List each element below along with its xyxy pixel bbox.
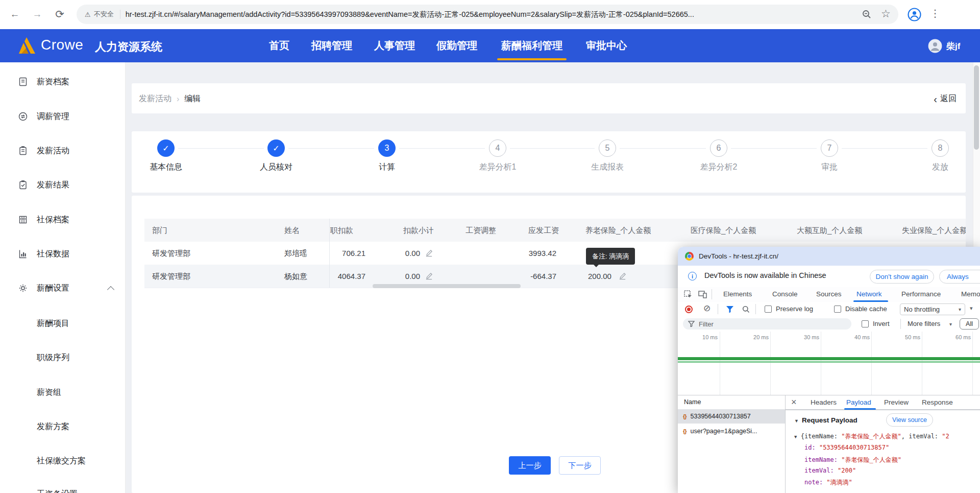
payload-preview-mid: , itemVal: [901, 433, 942, 440]
next-step-button[interactable]: 下一步 [559, 456, 601, 475]
page-scrollbar-thumb[interactable] [974, 65, 979, 150]
tab-performance[interactable]: Performance [901, 287, 941, 302]
filter-funnel-icon[interactable] [726, 306, 734, 313]
devtools-titlebar[interactable]: DevTools - hr-test.zjf-it.cn/ [678, 247, 980, 266]
always-button[interactable]: Always [939, 270, 980, 284]
browser-back-icon[interactable]: ← [6, 6, 23, 23]
bookmark-star-icon[interactable]: ☆ [881, 8, 891, 20]
preserve-log-checkbox[interactable] [765, 306, 772, 313]
step-circle-done: ✓ [157, 139, 175, 157]
step-basic-info[interactable]: ✓ 基本信息 [130, 139, 202, 173]
security-chip[interactable]: ⚠ 不安全 [77, 10, 120, 19]
disable-cache-checkbox[interactable] [834, 306, 841, 313]
gridline [821, 332, 821, 395]
devtools-tabbar: Elements Console Sources Network Perform… [678, 287, 980, 302]
edit-icon[interactable] [425, 272, 433, 280]
cell-dept: 研发管理部 [152, 242, 190, 265]
tab-elements[interactable]: Elements [723, 287, 752, 302]
payload-preview-prefix: {itemName: [801, 433, 841, 440]
filter-all-chip[interactable]: All [960, 318, 979, 330]
sidebar-subitem-pay-plan[interactable]: 发薪方案 [37, 420, 69, 433]
clear-icon[interactable]: ⊘ [703, 303, 710, 314]
disclosure-triangle-icon: ▼ [794, 434, 797, 439]
request-row[interactable]: {} user?page=1&pageSi... [678, 424, 785, 438]
inspect-cursor-icon[interactable] [684, 290, 693, 299]
back-button[interactable]: ‹ 返回 [934, 93, 957, 104]
edit-icon[interactable] [619, 272, 626, 280]
filter-placeholder: Filter [699, 320, 714, 328]
search-icon[interactable] [742, 306, 750, 313]
device-toolbar-icon[interactable] [698, 290, 707, 298]
step-report[interactable]: 5 生成报表 [572, 139, 643, 173]
name-column-header[interactable]: Name [684, 395, 701, 409]
tab-memory[interactable]: Memory [961, 287, 980, 302]
payload-preview-line[interactable]: ▼ {itemName: "养老保险_个人金额", itemVal: "2 [794, 432, 949, 441]
step-person-check[interactable]: ✓ 人员核对 [240, 139, 312, 173]
invert-checkbox[interactable] [862, 320, 869, 327]
col-header-pension: 养老保险_个人金额 [585, 219, 651, 242]
detail-tab-headers[interactable]: Headers [811, 395, 837, 410]
profile-avatar-icon[interactable] [908, 8, 921, 21]
filter-input[interactable]: Filter [683, 318, 851, 330]
more-filters-button[interactable]: More filters [908, 317, 940, 332]
chevron-up-icon[interactable] [107, 286, 114, 293]
sidebar-item-social-archive[interactable]: 社保档案 [18, 214, 69, 226]
sidebar-item-label: 社保档案 [37, 215, 69, 225]
browser-refresh-icon[interactable]: ⟳ [51, 6, 68, 23]
close-detail-icon[interactable]: × [791, 397, 797, 408]
nav-approval[interactable]: 审批中心 [586, 29, 627, 62]
address-bar[interactable]: ⚠ 不安全 hr-test.zjf-it.cn/#/salaryManageme… [77, 5, 898, 24]
sidebar-subitem-salary-group[interactable]: 薪资组 [37, 386, 61, 398]
throttling-select[interactable]: No throttling ▾ [900, 303, 965, 315]
step-approval[interactable]: 7 审批 [794, 139, 865, 173]
nav-attendance[interactable]: 假勤管理 [436, 29, 477, 62]
payload-value: "53395644030713857" [819, 444, 889, 451]
sidebar-subitem-payslip[interactable]: 工资条设置 [37, 488, 78, 493]
sidebar-item-salary-settings[interactable]: 薪酬设置 [18, 282, 69, 294]
zoom-icon[interactable] [862, 9, 872, 19]
step-diff-analysis-1[interactable]: 4 差异分析1 [462, 139, 533, 173]
step-circle-wait: 7 [821, 139, 838, 157]
prev-step-button[interactable]: 上一步 [509, 456, 551, 475]
url-text[interactable]: hr-test.zjf-it.cn/#/salaryManagement/add… [126, 10, 694, 19]
nav-recruit[interactable]: 招聘管理 [311, 29, 352, 62]
dont-show-again-button[interactable]: Don't show again [870, 270, 934, 284]
browser-forward-icon[interactable]: → [29, 6, 46, 23]
request-row-selected[interactable]: {} 53395644030713857 [678, 409, 785, 424]
tab-sources[interactable]: Sources [816, 287, 842, 302]
sidebar-subitem-salary-items[interactable]: 薪酬项目 [37, 317, 69, 330]
username[interactable]: 柴jf [946, 40, 960, 52]
record-icon[interactable] [685, 306, 693, 313]
tab-network[interactable]: Network [856, 287, 882, 302]
sidebar-item-pay-activity[interactable]: 发薪活动 [18, 145, 69, 157]
network-conditions-caret-icon[interactable]: ▾ [970, 305, 973, 312]
cell-salary-adjust: 0.00 [369, 242, 420, 265]
sidebar-subitem-social-plan[interactable]: 社保缴交方案 [37, 455, 86, 467]
edit-icon[interactable] [425, 249, 433, 257]
timeline-ruler: 10 ms 20 ms 30 ms 40 ms 50 ms 60 ms [678, 332, 980, 357]
breadcrumb-parent[interactable]: 发薪活动 [139, 93, 172, 104]
sidebar-item-pay-result[interactable]: 发薪结果 [18, 179, 69, 191]
nav-salary-benefit[interactable]: 薪酬福利管理 [501, 29, 562, 62]
payload-value: "200" [838, 467, 856, 474]
step-diff-analysis-2[interactable]: 6 差异分析2 [683, 139, 754, 173]
disclosure-triangle-icon[interactable]: ▼ [794, 418, 799, 424]
detail-tab-preview[interactable]: Preview [884, 395, 909, 410]
sidebar-item-salary-adjust[interactable]: 调薪管理 [18, 110, 69, 123]
nav-home[interactable]: 首页 [269, 29, 289, 62]
user-avatar[interactable] [928, 39, 942, 53]
nav-hr[interactable]: 人事管理 [374, 29, 415, 62]
file-icon [18, 77, 28, 86]
devtools-language-banner: i DevTools is now available in Chinese D… [678, 266, 980, 288]
sidebar-item-social-data[interactable]: 社保数据 [18, 248, 69, 260]
tab-console[interactable]: Console [772, 287, 798, 302]
browser-menu-kebab-icon[interactable]: ⋮ [930, 7, 940, 19]
step-release[interactable]: 8 发放 [904, 139, 976, 173]
step-calculate[interactable]: 3 计算 [351, 139, 423, 173]
sidebar-subitem-rank-sequence[interactable]: 职级序列 [37, 351, 69, 364]
sidebar-item-salary-archive[interactable]: 薪资档案 [18, 76, 69, 88]
detail-tab-response[interactable]: Response [922, 395, 953, 410]
sidebar-item-label: 社保数据 [37, 249, 69, 260]
horizontal-scrollbar[interactable] [373, 284, 521, 288]
view-source-button[interactable]: View source [886, 413, 933, 427]
